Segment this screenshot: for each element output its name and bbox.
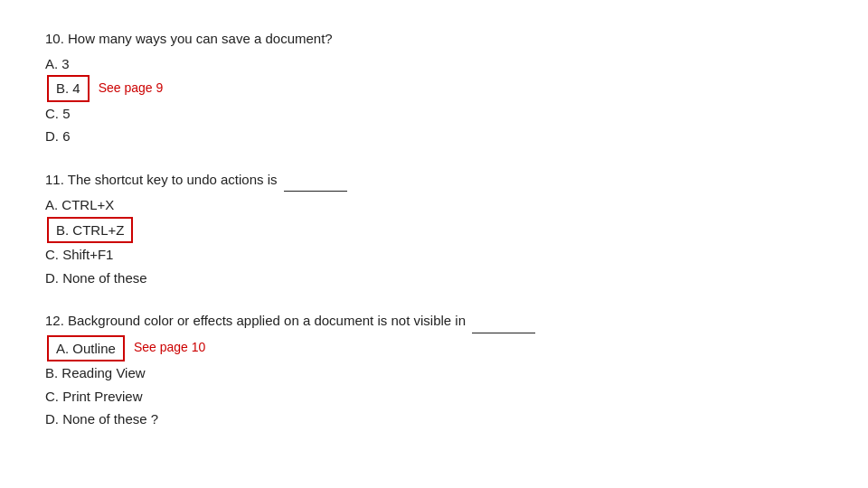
q10-see-page: See page 9: [99, 78, 164, 99]
q12-option-a: A. Outline See page 10: [45, 335, 823, 362]
question-12-text: 12. Background color or effects applied …: [45, 309, 823, 333]
q12-option-b: B. Reading View: [45, 361, 823, 385]
q12-option-d: D. None of these ?: [45, 408, 823, 431]
q10-label-b-highlighted: B. 4: [47, 75, 90, 102]
q12-label-a-highlighted: A. Outline: [47, 335, 125, 362]
main-content: 10. How many ways you can save a documen…: [0, 0, 868, 478]
q10-option-a: A. 3: [45, 52, 823, 76]
q11-label-c: C. Shift+F1: [45, 243, 113, 267]
q12-blank: [472, 309, 535, 333]
question-11-text: 11. The shortcut key to undo actions is: [45, 168, 823, 192]
q12-label-d: D. None of these ?: [45, 408, 158, 431]
q11-label-a: A. CTRL+X: [45, 193, 114, 217]
q10-option-b: B. 4 See page 9: [45, 75, 823, 102]
q10-label-a: A. 3: [45, 52, 99, 76]
q11-label-d: D. None of these: [45, 267, 147, 290]
q11-option-d: D. None of these: [45, 267, 823, 290]
question-10-text: 10. How many ways you can save a documen…: [45, 27, 823, 51]
q11-option-c: C. Shift+F1: [45, 243, 823, 267]
q12-see-page: See page 10: [134, 337, 205, 359]
question-11: 11. The shortcut key to undo actions is …: [45, 168, 823, 290]
q12-label-b: B. Reading View: [45, 361, 146, 385]
q11-blank: [284, 168, 347, 192]
q10-label-c: C. 5: [45, 102, 99, 126]
q10-option-d: D. 6: [45, 125, 823, 148]
q12-label-c: C. Print Preview: [45, 385, 143, 408]
q10-option-c: C. 5: [45, 102, 823, 126]
q11-option-b: B. CTRL+Z: [45, 217, 823, 244]
q12-option-c: C. Print Preview: [45, 385, 823, 408]
q11-option-a: A. CTRL+X: [45, 193, 823, 217]
question-10: 10. How many ways you can save a documen…: [45, 27, 823, 148]
q10-label-d: D. 6: [45, 125, 99, 148]
question-12: 12. Background color or effects applied …: [45, 309, 823, 431]
q11-label-b-highlighted: B. CTRL+Z: [47, 217, 133, 244]
